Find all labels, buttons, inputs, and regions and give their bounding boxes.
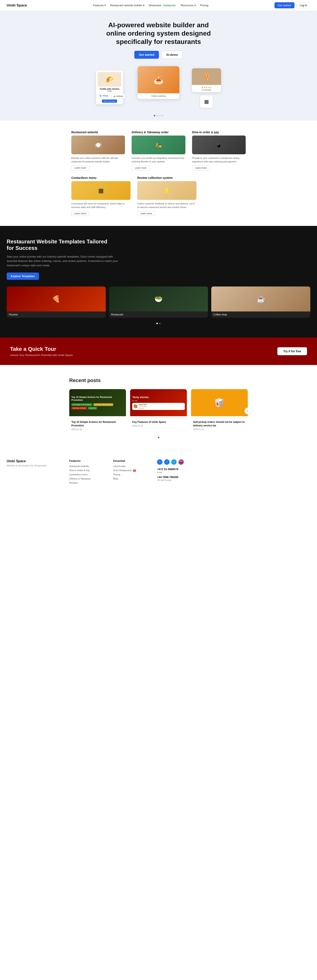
templates-dots [7, 322, 310, 325]
feature-dine-in: Dine-in order & pay 📱 Provide to your cu… [192, 130, 246, 170]
hero-ai-demo-button[interactable]: AI-demo [162, 51, 183, 59]
tour-try-button[interactable]: Try it for free [277, 347, 307, 355]
feature-restaurant-title: Restaurant website [71, 130, 125, 134]
footer-contact-col: f f t 📷 +972 53 4988579 Israel +44 7868 … [157, 459, 194, 486]
post-2-date: 2025-01-18 [132, 425, 185, 427]
template-coffee[interactable]: ☕ Coffee shop [211, 286, 310, 318]
footer-link-delivery[interactable]: Delivery & Takeaway [69, 477, 107, 480]
logo[interactable]: Umbi Space [7, 3, 27, 8]
footer-grid: Umbi Space Website & eCommerce for Resta… [7, 459, 194, 486]
feature-contactless-title: Contactless menu [71, 176, 131, 180]
nav-showcase[interactable]: Showcase Coming soon [149, 4, 176, 7]
post-3-image: 🥡 [191, 389, 248, 416]
nav-get-started-button[interactable]: Get started [274, 2, 295, 8]
templates-next-arrow[interactable]: › [309, 487, 315, 492]
hero-reviews: 22 Reviews [193, 89, 220, 91]
nav-features[interactable]: Features ▾ [93, 4, 106, 7]
feature-restaurant-desc: Elevate your online presence with the ul… [71, 156, 125, 163]
nav-login-button[interactable]: Log In [296, 2, 310, 8]
footer-phone-il[interactable]: +972 53 4988579 [157, 468, 194, 471]
post-dot-1[interactable] [158, 437, 159, 438]
footer-tagline: Website & eCommerce for Restaurants [7, 464, 62, 467]
feature-dine-learn-more[interactable]: Learn more [192, 165, 210, 170]
footer-link-contactless[interactable]: Contactless menu [69, 473, 107, 476]
template-restaurant[interactable]: 🥗 Restaurant [109, 286, 208, 318]
footer-phone-uk[interactable]: +44 7868 786295 [157, 476, 194, 479]
nav-resources[interactable]: Resources ▾ [181, 4, 196, 7]
feature-delivery-image: 🛵 [131, 135, 185, 154]
posts-section: Recent posts Top 10 Simple Actions for R… [62, 365, 255, 451]
hero-get-started-button[interactable]: Get started [134, 51, 159, 59]
nav-website-builder[interactable]: Restaurant website builder ▾ [110, 4, 144, 7]
post-2-food-icon: 🥘 [133, 404, 138, 408]
hero-pasta-image: 🍝 [138, 66, 179, 93]
feature-reviews-learn-more[interactable]: Learn more [137, 211, 155, 216]
post-3-info: Self-pickup orders should not be subject… [191, 416, 248, 433]
footer-link-dine-in[interactable]: Dine-in Order & Pay [69, 469, 107, 472]
template-pizzeria[interactable]: 🍕 Pizzeria [7, 286, 106, 318]
feature-contactless: Contactless menu ▦ Convenient QR menu fo… [71, 176, 131, 216]
tour-text: Take a Quick Tour Unlock Your Restaurant… [10, 346, 73, 356]
post-2-reviews-label: Reviews [138, 408, 147, 409]
footer-link-rest-website[interactable]: Restaurant website [69, 465, 107, 468]
templates-section: Restaurant Website Templates Tailored fo… [0, 226, 317, 337]
posts-next-arrow[interactable]: › [245, 408, 251, 414]
footer-phone-uk-label: UK and Europe [157, 479, 194, 481]
post-2-card: 🥘 Tasty dish ★★★★★ Reviews [132, 403, 185, 410]
post-card-2[interactable]: Tasty stories by eat 🥘 Tasty dish ★★★★★ … [130, 389, 187, 433]
badge-offer: SPECIAL OFFER [71, 407, 87, 409]
feature-delivery-title: Delivery & Takeaway order [131, 130, 185, 134]
feature-reviews-image: ⭐ [137, 181, 197, 200]
footer-features-col: Features Restaurant website Dine-in Orde… [69, 459, 107, 486]
post-2-overlay-title: Tasty stories [132, 396, 185, 399]
footer-features-list: Restaurant website Dine-in Order & Pay C… [69, 465, 107, 484]
template-pizzeria-image: 🍕 [7, 286, 106, 312]
pickup-icon: 🏪 [99, 95, 102, 97]
posts-heading: Recent posts [69, 377, 248, 383]
post-2-image: Tasty stories by eat 🥘 Tasty dish ★★★★★ … [130, 389, 187, 416]
post-card-3[interactable]: 🥡 Self-pickup orders should not be subje… [191, 389, 248, 433]
twitter-icon[interactable]: t [171, 459, 177, 465]
delivery-icon: 🛵 [113, 95, 115, 97]
footer-link-pricing[interactable]: Pricing [113, 473, 150, 476]
pickup-label: Pickup [102, 95, 108, 97]
post-card-1[interactable]: Top 10 Simple Actions for Restaurant Pro… [69, 389, 126, 433]
qr-icon: ▦ [204, 99, 209, 105]
footer-link-ai[interactable]: AI for Restaurants N [113, 469, 150, 472]
add-to-order-button[interactable]: Add to my order [102, 100, 117, 103]
template-coffee-label: Coffee shop [211, 312, 310, 318]
explore-templates-button[interactable]: Explore Templates [7, 272, 39, 280]
hero-dots [4, 112, 313, 121]
hero-buttons: Get started AI-demo [4, 51, 313, 59]
hero-dot-1[interactable] [154, 115, 155, 116]
feature-contactless-learn-more[interactable]: Learn more [71, 211, 89, 216]
post-2-overlay: Tasty stories by eat 🥘 Tasty dish ★★★★★ … [130, 393, 187, 412]
template-dot-2[interactable] [159, 323, 160, 324]
hero-dot-3[interactable] [159, 115, 160, 116]
new-badge: N [133, 469, 136, 472]
hero-dot-2[interactable] [157, 115, 158, 116]
footer-social: f f t 📷 [157, 459, 194, 465]
badge-events: EVENTS [88, 407, 97, 409]
nav-pricing[interactable]: Pricing [200, 4, 208, 7]
feature-reviews-desc: Collect customer feedback on dine-in and… [137, 202, 197, 209]
feature-restaurant-image: 🍽️ [71, 135, 125, 154]
hero-dot-4[interactable] [162, 115, 163, 116]
footer-link-blog[interactable]: Blog [113, 477, 150, 480]
features-grid-bottom: Contactless menu ▦ Convenient QR menu fo… [71, 176, 197, 216]
feature-delivery-desc: Increase your profits by integrating com… [131, 156, 185, 163]
footer: Umbi Space Website & eCommerce for Resta… [0, 451, 317, 492]
post-2-stars: ★★★★★ [138, 406, 147, 408]
instagram-icon[interactable]: 📷 [178, 459, 184, 465]
footer-link-launch[interactable]: Launch plan [113, 465, 150, 468]
facebook2-icon[interactable]: f [164, 459, 170, 465]
delivery-label: Delivery [116, 95, 123, 97]
feature-restaurant-learn-more[interactable]: Learn more [71, 165, 89, 170]
template-dot-1[interactable] [157, 323, 158, 324]
feature-delivery-learn-more[interactable]: Learn more [131, 165, 149, 170]
coming-soon-badge: Coming soon [162, 4, 177, 7]
footer-link-reviews[interactable]: Reviews [69, 482, 107, 484]
post-2-title: Key Features of Umbi Space [132, 420, 185, 424]
feature-dine-desc: Provide to your customers a hassle-free … [192, 156, 246, 163]
facebook-icon[interactable]: f [157, 459, 162, 465]
